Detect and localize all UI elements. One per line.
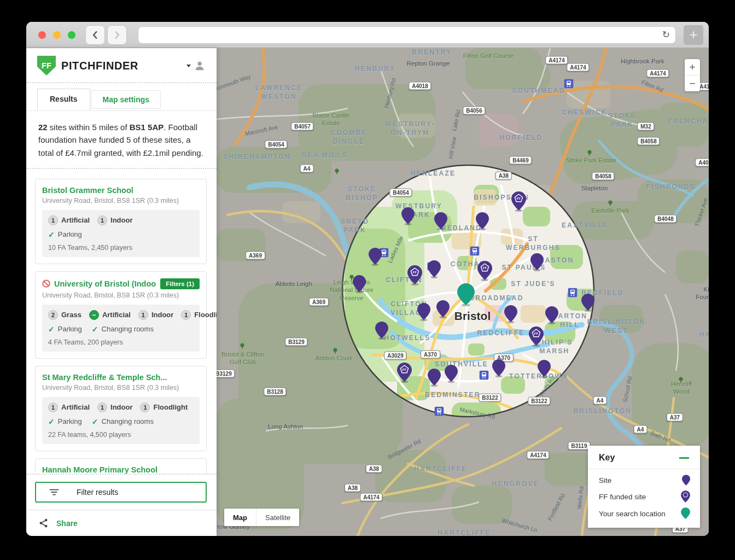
collapse-key-button[interactable] xyxy=(679,457,689,459)
share-button[interactable]: Share xyxy=(26,510,217,536)
no-entry-icon xyxy=(42,279,50,288)
funded-pin-icon xyxy=(681,491,690,503)
check-icon: ✓ xyxy=(48,325,55,334)
result-card[interactable]: St Mary Redcliffe & Temple Sch... Univer… xyxy=(35,366,207,451)
pitch-badge: 1Artificial xyxy=(48,215,90,225)
pitchfinder-logo-icon: FF xyxy=(37,56,56,75)
result-card[interactable]: University of Bristol (Indoor... Filters… xyxy=(35,271,207,359)
ff-funded-site-pin[interactable]: FF xyxy=(407,265,422,288)
search-location-pin-icon xyxy=(681,508,690,520)
site-pin[interactable] xyxy=(476,212,489,232)
site-pin[interactable] xyxy=(417,303,430,323)
site-pin[interactable] xyxy=(545,306,558,326)
maximize-window-button[interactable] xyxy=(68,31,75,39)
tab-results[interactable]: Results xyxy=(37,89,90,110)
zoom-out-button[interactable]: − xyxy=(685,75,700,91)
svg-text:FF: FF xyxy=(482,266,487,270)
site-pin[interactable] xyxy=(492,359,505,380)
site-address: University Road, Bristol, BS8 1SR (0.3 m… xyxy=(42,291,200,299)
svg-text:FF: FF xyxy=(534,332,538,335)
map-type-control: Map Satellite xyxy=(224,509,299,526)
window-controls xyxy=(38,31,75,39)
pitch-badge: 1Indoor xyxy=(138,310,173,320)
filters-badge: Filters (1) xyxy=(160,278,200,289)
browser-window: ↻ + FF PITCHFINDER Results Map settings xyxy=(26,22,709,536)
site-details: 1Artificial 1Indoor ✓Parking 10 FA Teams… xyxy=(42,210,200,257)
check-icon: ✓ xyxy=(48,417,55,426)
new-tab-button[interactable]: + xyxy=(684,25,703,45)
pitch-badge: 1Floodlight xyxy=(140,402,188,412)
close-window-button[interactable] xyxy=(38,31,46,39)
ff-funded-site-pin[interactable]: FF xyxy=(477,261,492,283)
pitch-badge: 1Artificial xyxy=(48,402,90,412)
address-bar[interactable]: ↻ xyxy=(138,26,676,44)
svg-text:FF: FF xyxy=(516,197,521,200)
map-type-map-button[interactable]: Map xyxy=(224,509,256,526)
zoom-control: + − xyxy=(685,59,700,91)
site-pin[interactable] xyxy=(401,207,415,228)
forward-icon xyxy=(112,29,122,41)
site-details: 2Grass −Artificial 1Indoor 1Floodlight ✓… xyxy=(42,305,200,352)
key-title: Key xyxy=(599,453,615,463)
share-icon xyxy=(38,518,49,528)
site-pin[interactable] xyxy=(428,260,441,281)
pitch-badge-excluded: −Artificial xyxy=(89,310,131,320)
site-pin[interactable] xyxy=(538,360,551,380)
site-pin[interactable] xyxy=(445,365,458,385)
feature: ✓Changing rooms xyxy=(92,417,154,426)
map-type-satellite-button[interactable]: Satellite xyxy=(256,509,299,526)
map-key-panel: Key Site FF funded site Your search xyxy=(588,446,700,528)
key-row-funded: FF funded site xyxy=(588,488,700,505)
site-pin[interactable] xyxy=(428,369,441,389)
feature: ✓Parking xyxy=(48,417,82,426)
site-pin[interactable] xyxy=(530,253,544,273)
postcode: BS1 5AP xyxy=(130,122,164,132)
results-summary: 22 sites within 5 miles of BS1 5AP. Foot… xyxy=(26,111,217,168)
feature: ✓Parking xyxy=(48,230,82,239)
search-location-pin[interactable] xyxy=(457,283,475,308)
site-pin[interactable] xyxy=(581,294,594,314)
site-stats: 22 FA teams, 4,500 players xyxy=(48,431,194,439)
site-pin[interactable] xyxy=(369,248,382,268)
site-pin[interactable] xyxy=(375,322,388,342)
zoom-in-button[interactable]: + xyxy=(685,59,700,75)
forward-button[interactable] xyxy=(107,25,127,45)
back-button[interactable] xyxy=(85,25,105,45)
tab-bar: Results Map settings xyxy=(26,83,217,111)
pitch-badge: 2Grass xyxy=(48,310,81,320)
chevron-down-icon xyxy=(186,65,191,67)
site-count: 22 xyxy=(38,122,48,132)
site-title: Hannah Moore Primary School xyxy=(42,465,158,474)
key-row-site: Site xyxy=(588,472,700,488)
ff-funded-site-pin[interactable]: FF xyxy=(529,326,544,349)
minimize-window-button[interactable] xyxy=(53,31,61,39)
results-list: Bristol Grammer School University Road, … xyxy=(26,169,217,474)
account-menu[interactable] xyxy=(186,60,206,72)
site-pin[interactable] xyxy=(434,212,447,232)
site-title: St Mary Redcliffe & Temple Sch... xyxy=(42,373,167,382)
result-card[interactable]: Bristol Grammer School University Road, … xyxy=(35,179,207,264)
svg-text:FF: FF xyxy=(402,368,406,371)
pitch-badge: 1Indoor xyxy=(97,215,132,225)
site-stats: 4 FA Teams, 200 players xyxy=(48,339,194,346)
filter-icon xyxy=(49,488,59,497)
ff-funded-site-pin[interactable]: FF xyxy=(397,363,412,385)
back-icon xyxy=(90,29,101,41)
url-input[interactable] xyxy=(144,30,662,39)
site-pin[interactable] xyxy=(436,300,450,320)
tab-map-settings[interactable]: Map settings xyxy=(91,90,161,109)
brand-name: PITCHFINDER xyxy=(61,60,138,72)
feature: ✓Changing rooms xyxy=(92,325,154,334)
reload-icon[interactable]: ↻ xyxy=(662,30,670,39)
pitch-badge: 1Indoor xyxy=(97,402,132,412)
site-title: Bristol Grammer School xyxy=(42,186,133,195)
filter-results-button[interactable]: Filter results xyxy=(35,482,207,503)
svg-text:FF: FF xyxy=(412,271,417,274)
ff-funded-site-pin[interactable]: FF xyxy=(511,191,526,214)
result-card[interactable]: Hannah Moore Primary School University R… xyxy=(35,458,207,474)
site-pin[interactable] xyxy=(504,305,517,325)
site-pin[interactable] xyxy=(353,275,366,295)
browser-chrome: ↻ + xyxy=(26,22,709,48)
map-canvas[interactable]: P BRENTRYFilton Golf CourseRepton Grange… xyxy=(217,48,709,536)
site-address: University Road, Bristol, BS8 1SR (0.3 m… xyxy=(42,384,200,392)
